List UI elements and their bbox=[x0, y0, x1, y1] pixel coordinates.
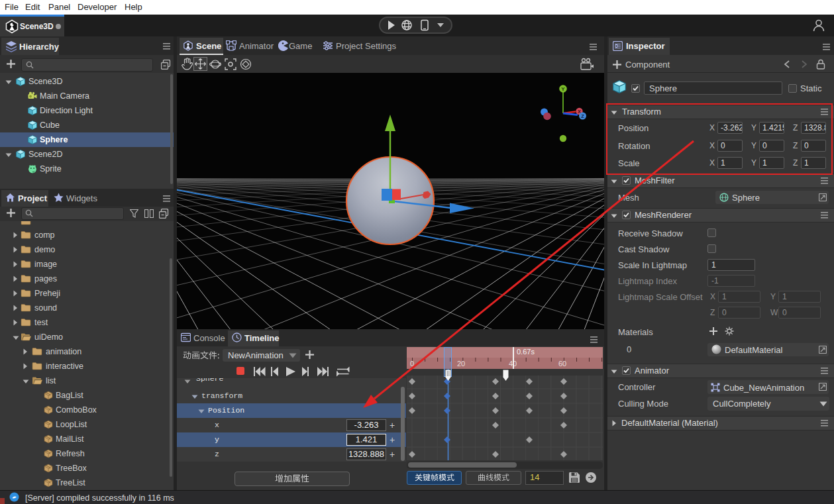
svg-text:Y: Y bbox=[561, 86, 565, 92]
svg-text:Z: Z bbox=[581, 113, 584, 119]
